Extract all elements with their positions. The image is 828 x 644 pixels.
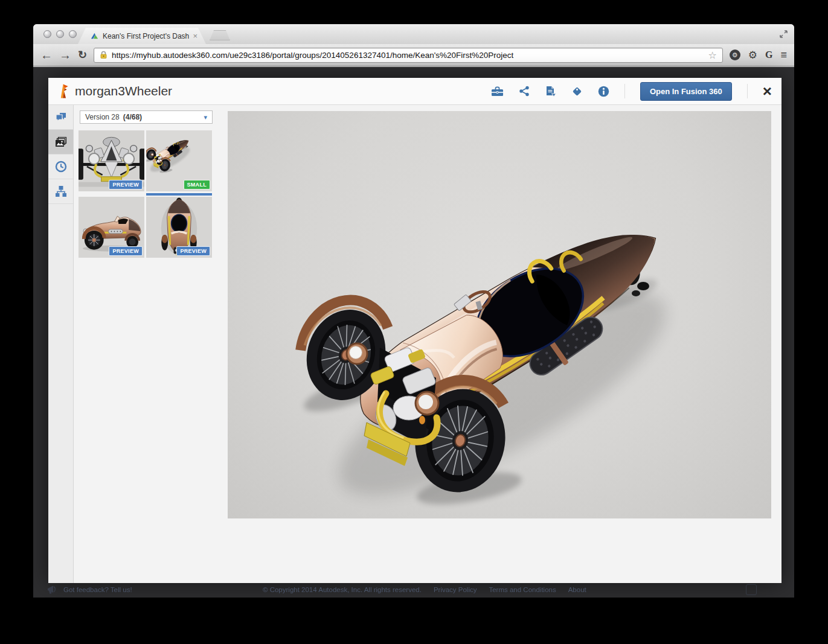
reload-button[interactable]: ↻ bbox=[78, 49, 87, 60]
export-report-icon[interactable] bbox=[545, 86, 556, 97]
info-icon[interactable] bbox=[598, 86, 609, 97]
google-extension-icon[interactable]: G bbox=[765, 49, 772, 60]
comments-tab[interactable] bbox=[48, 105, 73, 130]
gallery-tab[interactable] bbox=[48, 130, 73, 155]
thumbnail-perspective-view[interactable]: SMALL bbox=[146, 130, 212, 191]
tab-title: Kean's First Project's Dash bbox=[103, 32, 189, 40]
structure-tab[interactable] bbox=[48, 179, 73, 204]
extension-icon[interactable]: ⚙ bbox=[730, 49, 740, 60]
render-image bbox=[228, 111, 771, 518]
browser-titlebar: Kean's First Project's Dash × bbox=[33, 24, 794, 44]
design-title: morgan3Wheeler bbox=[75, 84, 172, 98]
about-link[interactable]: About bbox=[568, 586, 586, 593]
minimize-window-button[interactable] bbox=[56, 30, 64, 38]
new-tab-button[interactable] bbox=[210, 30, 230, 40]
thumbnail-front-view[interactable]: PREVIEW bbox=[79, 130, 144, 191]
page-content: morgan3Wheeler bbox=[33, 67, 794, 598]
thumbnail-side-view[interactable]: PREVIEW bbox=[79, 197, 144, 258]
terms-link[interactable]: Terms and Conditions bbox=[489, 586, 556, 593]
thumbnail-badge: PREVIEW bbox=[109, 246, 143, 256]
chat-widget-icon[interactable] bbox=[746, 584, 757, 595]
viewer-side-rail bbox=[48, 105, 74, 583]
comments-icon bbox=[55, 112, 67, 123]
privacy-policy-link[interactable]: Privacy Policy bbox=[434, 586, 477, 593]
browser-window: Kean's First Project's Dash × ← → ↻ bbox=[33, 24, 794, 598]
chrome-menu-icon[interactable]: ≡ bbox=[780, 49, 787, 62]
hierarchy-icon bbox=[55, 185, 67, 197]
back-button[interactable]: ← bbox=[40, 49, 53, 61]
fullscreen-expand-icon[interactable] bbox=[778, 29, 789, 39]
browser-toolbar: ← → ↻ https://myhub.autodesk360.com/ue29… bbox=[33, 44, 794, 66]
forward-button[interactable]: → bbox=[59, 49, 71, 61]
page-footer: Got feedback? Tell us! © Copyright 2014 … bbox=[33, 584, 794, 598]
browser-tab[interactable]: Kean's First Project's Dash × bbox=[78, 28, 206, 44]
ssl-warning-lock-icon[interactable] bbox=[100, 51, 108, 59]
thumbnail-grid: PREVIEW SMALL bbox=[79, 130, 213, 258]
viewer-header: morgan3Wheeler bbox=[48, 78, 781, 105]
copyright-text: © Copyright 2014 Autodesk, Inc. All righ… bbox=[263, 586, 422, 593]
tag-icon[interactable] bbox=[571, 86, 583, 97]
clock-icon bbox=[55, 161, 67, 173]
divider bbox=[624, 84, 625, 98]
settings-gear-icon[interactable]: ⚙ bbox=[748, 49, 757, 62]
version-dropdown[interactable]: Version 28 (4/68) ▾ bbox=[80, 110, 213, 124]
browser-extensions: ⚙ ⚙ G ≡ bbox=[730, 49, 787, 62]
zoom-window-button[interactable] bbox=[69, 30, 77, 38]
thumbnail-badge: PREVIEW bbox=[109, 180, 143, 190]
viewer-modal: morgan3Wheeler bbox=[48, 78, 781, 583]
divider bbox=[747, 84, 748, 98]
thumbnail-top-view[interactable]: PREVIEW bbox=[146, 197, 212, 258]
chevron-down-icon: ▾ bbox=[204, 113, 207, 121]
open-in-fusion-button[interactable]: Open In Fusion 360 bbox=[640, 82, 732, 101]
bookmark-star-icon[interactable]: ☆ bbox=[708, 49, 716, 61]
viewer-actions: Open In Fusion 360 × bbox=[491, 82, 772, 101]
thumbnail-badge: PREVIEW bbox=[176, 246, 210, 256]
autodesk-favicon-icon bbox=[90, 31, 99, 40]
close-viewer-icon[interactable]: × bbox=[763, 83, 772, 99]
tab-close-icon[interactable]: × bbox=[193, 32, 197, 40]
gallery-icon bbox=[54, 136, 67, 148]
history-tab[interactable] bbox=[48, 155, 73, 179]
megaphone-icon bbox=[47, 584, 59, 596]
window-controls bbox=[43, 30, 77, 38]
version-count: (4/68) bbox=[123, 113, 142, 121]
share-icon[interactable] bbox=[519, 86, 530, 97]
screenshot-stage: Kean's First Project's Dash × ← → ↻ bbox=[0, 0, 828, 644]
toolbox-icon[interactable] bbox=[491, 86, 504, 97]
close-window-button[interactable] bbox=[43, 30, 51, 38]
version-label: Version 28 bbox=[85, 113, 120, 121]
viewer-panel: Version 28 (4/68) ▾ bbox=[74, 105, 781, 583]
legal-links: © Copyright 2014 Autodesk, Inc. All righ… bbox=[263, 586, 586, 593]
url-text[interactable]: https://myhub.autodesk360.com/ue29c3186/… bbox=[112, 51, 704, 60]
thumbnail-badge: SMALL bbox=[184, 180, 211, 190]
viewer-body: Version 28 (4/68) ▾ bbox=[48, 105, 781, 583]
address-bar[interactable]: https://myhub.autodesk360.com/ue29c3186/… bbox=[94, 48, 723, 63]
render-viewport[interactable] bbox=[228, 111, 771, 518]
feedback-link[interactable]: Got feedback? Tell us! bbox=[63, 586, 132, 593]
fusion360-logo-icon bbox=[58, 83, 69, 99]
